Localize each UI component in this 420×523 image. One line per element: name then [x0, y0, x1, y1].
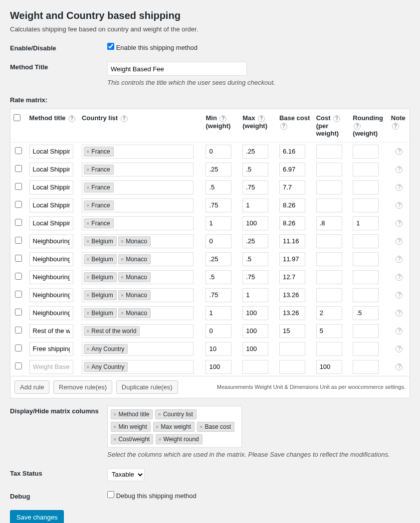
row-base-input[interactable] — [279, 342, 305, 356]
row-min-input[interactable] — [206, 306, 231, 320]
enable-checkbox[interactable] — [107, 43, 114, 50]
remove-rule-button[interactable]: Remove rule(es) — [53, 380, 112, 394]
row-title-input[interactable] — [29, 145, 73, 159]
row-max-input[interactable] — [242, 360, 268, 374]
row-cost-input[interactable] — [316, 163, 342, 176]
row-title-input[interactable] — [29, 324, 73, 338]
row-min-input[interactable] — [206, 163, 231, 176]
row-title-input[interactable] — [29, 288, 73, 302]
row-base-input[interactable] — [279, 216, 305, 230]
row-country-select[interactable]: ×France — [82, 180, 194, 194]
row-base-input[interactable] — [279, 145, 305, 159]
remove-tag-icon[interactable]: × — [86, 274, 89, 280]
row-checkbox[interactable] — [15, 165, 22, 172]
row-round-input[interactable] — [353, 360, 379, 374]
row-note-icon[interactable]: ? — [396, 328, 403, 335]
row-base-input[interactable] — [279, 163, 305, 176]
help-icon[interactable]: ? — [392, 123, 399, 130]
row-max-input[interactable] — [242, 252, 268, 266]
remove-tag-icon[interactable]: × — [86, 310, 89, 316]
help-icon[interactable]: ? — [68, 115, 75, 122]
row-note-icon[interactable]: ? — [396, 274, 403, 281]
row-checkbox[interactable] — [15, 345, 22, 351]
row-note-icon[interactable]: ? — [396, 256, 403, 263]
row-title-input[interactable] — [29, 234, 73, 248]
row-max-input[interactable] — [242, 216, 268, 230]
row-note-icon[interactable]: ? — [396, 238, 403, 245]
row-round-input[interactable] — [353, 306, 379, 320]
remove-tag-icon[interactable]: × — [121, 310, 124, 316]
row-max-input[interactable] — [242, 270, 268, 284]
row-max-input[interactable] — [242, 288, 268, 302]
row-title-input[interactable] — [29, 216, 73, 230]
debug-checkbox[interactable] — [107, 491, 114, 498]
row-country-select[interactable]: ×France — [82, 145, 194, 159]
row-base-input[interactable] — [279, 288, 305, 302]
row-max-input[interactable] — [242, 145, 268, 159]
row-country-select[interactable]: ×Belgium×Monaco — [82, 306, 194, 320]
row-min-input[interactable] — [206, 180, 231, 194]
tax-status-select[interactable]: Taxable — [107, 468, 145, 481]
row-max-input[interactable] — [242, 306, 268, 320]
row-base-input[interactable] — [279, 270, 305, 284]
row-min-input[interactable] — [206, 216, 231, 230]
row-country-select[interactable]: ×Belgium×Monaco — [82, 252, 194, 266]
row-cost-input[interactable] — [316, 234, 342, 248]
row-base-input[interactable] — [279, 198, 305, 212]
row-cost-input[interactable] — [316, 198, 342, 212]
row-checkbox[interactable] — [15, 219, 22, 226]
remove-tag-icon[interactable]: × — [113, 411, 116, 417]
row-max-input[interactable] — [242, 324, 268, 338]
row-country-select[interactable]: ×France — [82, 163, 194, 176]
row-round-input[interactable] — [353, 180, 379, 194]
remove-tag-icon[interactable]: × — [158, 436, 161, 442]
remove-tag-icon[interactable]: × — [86, 346, 89, 352]
row-title-input[interactable] — [29, 360, 73, 374]
row-note-icon[interactable]: ? — [396, 363, 403, 370]
remove-tag-icon[interactable]: × — [86, 184, 89, 190]
remove-tag-icon[interactable]: × — [86, 292, 89, 298]
row-base-input[interactable] — [279, 180, 305, 194]
row-note-icon[interactable]: ? — [396, 184, 403, 191]
remove-tag-icon[interactable]: × — [86, 167, 89, 173]
remove-tag-icon[interactable]: × — [86, 328, 89, 334]
row-cost-input[interactable] — [316, 270, 342, 284]
row-cost-input[interactable] — [316, 288, 342, 302]
row-min-input[interactable] — [206, 145, 231, 159]
remove-tag-icon[interactable]: × — [121, 274, 124, 280]
help-icon[interactable]: ? — [219, 115, 226, 122]
row-checkbox[interactable] — [15, 201, 22, 208]
row-round-input[interactable] — [353, 198, 379, 212]
row-round-input[interactable] — [353, 342, 379, 356]
row-note-icon[interactable]: ? — [396, 220, 403, 227]
row-country-select[interactable]: ×Belgium×Monaco — [82, 270, 194, 284]
help-icon[interactable]: ? — [258, 115, 265, 122]
help-icon[interactable]: ? — [121, 115, 128, 122]
remove-tag-icon[interactable]: × — [121, 256, 124, 262]
row-checkbox[interactable] — [15, 183, 22, 190]
row-min-input[interactable] — [206, 198, 231, 212]
row-checkbox[interactable] — [15, 327, 22, 334]
row-country-select[interactable]: ×Belgium×Monaco — [82, 234, 194, 248]
row-cost-input[interactable] — [316, 342, 342, 356]
row-round-input[interactable] — [353, 324, 379, 338]
row-max-input[interactable] — [242, 163, 268, 176]
row-cost-input[interactable] — [316, 360, 342, 374]
row-max-input[interactable] — [242, 342, 268, 356]
row-max-input[interactable] — [242, 234, 268, 248]
method-title-input[interactable] — [107, 62, 247, 76]
select-all-checkbox[interactable] — [13, 114, 20, 121]
help-icon[interactable]: ? — [333, 115, 340, 122]
row-min-input[interactable] — [206, 324, 231, 338]
row-note-icon[interactable]: ? — [396, 346, 403, 352]
row-min-input[interactable] — [206, 270, 231, 284]
row-round-input[interactable] — [353, 163, 379, 176]
remove-tag-icon[interactable]: × — [86, 202, 89, 208]
row-checkbox[interactable] — [15, 362, 22, 369]
row-country-select[interactable]: ×Rest of the world — [82, 324, 194, 338]
row-title-input[interactable] — [29, 342, 73, 356]
add-rule-button[interactable]: Add rule — [14, 380, 49, 394]
row-checkbox[interactable] — [15, 147, 22, 154]
row-checkbox[interactable] — [15, 237, 22, 244]
save-changes-button[interactable]: Save changes — [10, 510, 64, 523]
